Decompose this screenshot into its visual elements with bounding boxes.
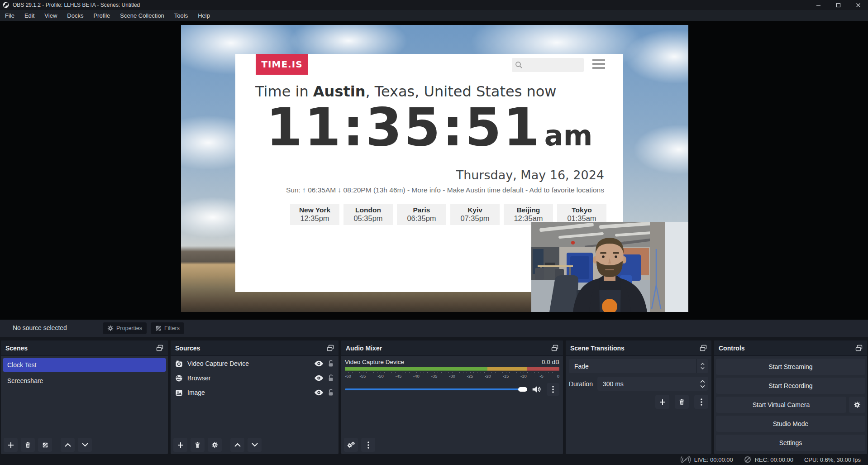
live-status: LIVE: 00:00:00 — [681, 456, 733, 463]
scenes-toolbar — [4, 438, 92, 452]
cpu-fps-status: CPU: 0.6%, 30.00 fps — [804, 456, 861, 463]
mixer-menu-button[interactable] — [361, 438, 375, 452]
source-row-video-capture[interactable]: Video Capture Device — [171, 357, 339, 370]
settings-button[interactable]: Settings — [716, 435, 865, 451]
sources-dock: Sources Video Capture Device Browser Ima… — [171, 340, 339, 454]
chevron-down-icon — [701, 367, 705, 369]
mixer-options-button[interactable] — [547, 383, 559, 396]
menu-scene-collection[interactable]: Scene Collection — [115, 10, 169, 21]
start-streaming-button[interactable]: Start Streaming — [716, 359, 865, 375]
audio-mixer-header: Audio Mixer — [341, 340, 563, 356]
close-button[interactable] — [848, 0, 868, 10]
remove-source-button[interactable] — [191, 438, 205, 452]
volume-slider[interactable] — [345, 388, 527, 390]
date-display: Thursday, May 16, 2024 — [456, 168, 604, 182]
double-gear-icon — [347, 441, 355, 449]
scene-item-clock-test[interactable]: Clock Test — [3, 358, 166, 372]
menu-file[interactable]: File — [0, 10, 19, 21]
popout-icon[interactable] — [700, 345, 707, 351]
audio-mixer-dock: Audio Mixer Video Capture Device 0.0 dB … — [341, 340, 563, 454]
scene-item-screenshare[interactable]: Screenshare — [3, 374, 166, 388]
move-source-down-button[interactable] — [248, 438, 262, 452]
hamburger-menu-icon — [592, 59, 605, 69]
spin-up-icon[interactable] — [700, 380, 705, 383]
virtual-camera-config-button[interactable] — [849, 397, 865, 413]
scenes-dock-title: Scenes — [5, 345, 28, 352]
chevron-up-icon — [701, 363, 705, 365]
move-scene-up-button[interactable] — [61, 438, 75, 452]
globe-icon — [175, 374, 183, 382]
filter-icon — [42, 442, 48, 448]
add-scene-button[interactable] — [4, 438, 18, 452]
plus-icon — [177, 442, 184, 448]
duration-spinbox[interactable]: 300 ms — [597, 377, 708, 391]
sources-toolbar — [173, 438, 262, 452]
unlock-icon[interactable] — [328, 374, 334, 382]
filters-button[interactable]: Filters — [151, 322, 184, 334]
kebab-icon — [552, 386, 554, 393]
menu-bar: File Edit View Docks Profile Scene Colle… — [0, 10, 868, 21]
add-source-button[interactable] — [173, 438, 187, 452]
scene-transitions-dock: Scene Transitions Fade Duration 300 ms — [566, 340, 711, 454]
eye-icon[interactable] — [315, 389, 323, 396]
duration-label: Duration — [569, 380, 593, 388]
eye-icon[interactable] — [315, 375, 323, 381]
properties-button[interactable]: Properties — [103, 322, 147, 334]
source-properties-button[interactable] — [208, 438, 222, 452]
spin-down-icon[interactable] — [700, 385, 705, 388]
maximize-button[interactable] — [828, 0, 848, 10]
title-bar: OBS 29.1.2 - Profile: LLHLS BETA - Scene… — [0, 0, 868, 10]
clock-display: 11:35:51am — [235, 98, 623, 156]
transition-properties-button[interactable] — [694, 395, 708, 409]
sources-dock-title: Sources — [175, 345, 200, 352]
remove-scene-button[interactable] — [21, 438, 35, 452]
popout-icon[interactable] — [551, 345, 558, 351]
source-row-browser[interactable]: Browser — [171, 371, 339, 385]
start-recording-button[interactable]: Start Recording — [716, 378, 865, 394]
record-muted-icon — [744, 456, 751, 463]
popout-icon[interactable] — [156, 345, 163, 351]
city-card: Paris06:35pm — [397, 204, 446, 225]
rec-status: REC: 00:00:00 — [744, 456, 793, 463]
trash-icon — [194, 441, 201, 448]
kebab-icon — [367, 441, 369, 449]
eye-icon[interactable] — [315, 360, 323, 367]
sources-dock-header: Sources — [171, 340, 339, 356]
chevron-up-icon — [65, 443, 71, 447]
popout-icon[interactable] — [327, 345, 334, 351]
start-virtual-camera-button[interactable]: Start Virtual Camera — [716, 397, 846, 413]
menu-help[interactable]: Help — [193, 10, 215, 21]
menu-profile[interactable]: Profile — [88, 10, 115, 21]
source-row-image[interactable]: Image — [171, 386, 339, 399]
scenes-dock-header: Scenes — [1, 340, 168, 356]
cloud — [634, 125, 688, 174]
speaker-icon[interactable] — [532, 385, 541, 393]
menu-edit[interactable]: Edit — [19, 10, 39, 21]
popout-icon[interactable] — [855, 345, 863, 351]
scene-filters-button[interactable] — [38, 438, 52, 452]
advanced-audio-button[interactable] — [344, 438, 358, 452]
city-card: London05:35pm — [343, 204, 393, 225]
chevron-up-icon — [234, 443, 241, 447]
add-transition-button[interactable] — [655, 395, 669, 409]
unlock-icon[interactable] — [328, 360, 334, 367]
unlock-icon[interactable] — [328, 389, 334, 396]
minimize-button[interactable] — [808, 0, 828, 10]
transition-select[interactable]: Fade — [569, 359, 708, 373]
broadcast-muted-icon — [681, 456, 691, 463]
transition-select-arrows[interactable] — [696, 359, 708, 373]
webcam-overlay — [531, 222, 688, 312]
volume-meter-peak — [345, 370, 559, 371]
menu-view[interactable]: View — [39, 10, 62, 21]
move-scene-down-button[interactable] — [78, 438, 92, 452]
plus-icon — [8, 442, 14, 448]
menu-tools[interactable]: Tools — [169, 10, 193, 21]
remove-transition-button[interactable] — [675, 395, 689, 409]
controls-title: Controls — [719, 345, 745, 352]
volume-slider-handle[interactable] — [518, 387, 527, 392]
menu-docks[interactable]: Docks — [62, 10, 88, 21]
studio-mode-button[interactable]: Studio Mode — [716, 416, 865, 432]
selected-source-toolbar: No source selected Properties Filters — [0, 320, 868, 337]
program-canvas[interactable]: TIME.IS Time in Austin, Texas, United St… — [181, 25, 688, 312]
move-source-up-button[interactable] — [230, 438, 244, 452]
